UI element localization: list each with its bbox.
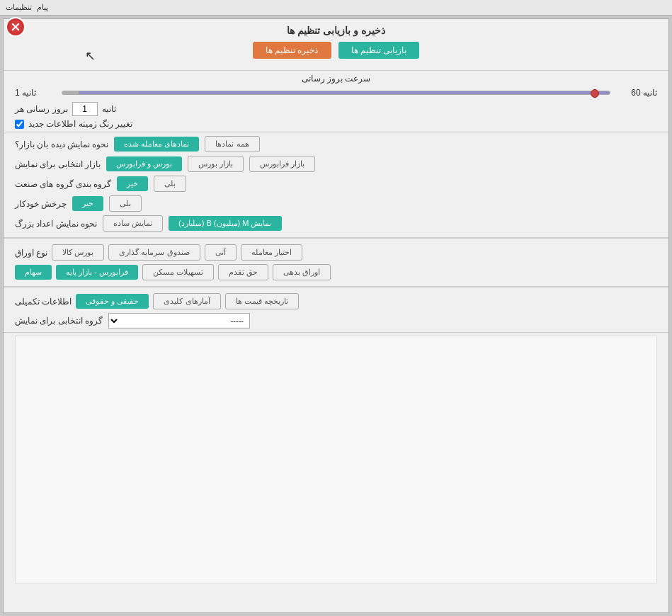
update-interval-row: ثانیه بروز رسانی هر (15, 102, 657, 116)
additional-info-row: تاریخچه قیمت ها آمارهای کلیدی حقیقی و حق… (15, 293, 657, 309)
update-prefix: بروز رسانی هر (15, 104, 68, 114)
sec-fund-btn[interactable]: صندوق سرمایه گذاری (108, 244, 200, 261)
securities-type-row2: اوراق بدهی حق تقدم تسهیلات مسکن فرابورس … (15, 264, 657, 280)
slider-fill (79, 91, 610, 94)
group-select-dropdown[interactable]: ----- (108, 313, 250, 329)
securities-type-row: اختیار معامله آتی صندوق سرمایه گذاری بور… (15, 244, 657, 261)
window-header: ذخیره و بازیابی تنظیم ها بازیابی تنظیم ه… (4, 19, 668, 67)
number-display-simple-btn[interactable]: نمایش ساده (103, 215, 163, 232)
autoscroll-yes-btn[interactable]: بلی (109, 195, 142, 212)
header-buttons: بازیابی تنظیم ها ذخیره تنظیم ها (4, 42, 668, 59)
display-traded-btn[interactable]: نمادهای معامله شده (114, 137, 199, 152)
display-mode-label: نحوه نمایش دیده بان بازار؟ (15, 139, 108, 149)
main-window: ذخیره و بازیابی تنظیم ها بازیابی تنظیم ه… (3, 18, 669, 613)
update-unit: ثانیه (102, 104, 116, 114)
group-select-row: ----- گروه انتخابی برای نمایش (15, 313, 657, 329)
additional-info-label: اطلاعات تکمیلی (15, 297, 72, 307)
content-area (15, 336, 657, 583)
slider-row: ثانیه 60 ثانیه 1 (15, 88, 657, 98)
sec-frabourse-base-btn[interactable]: فرابورس - بازار پایه (56, 265, 138, 280)
market-frabourse-btn[interactable]: بازار فرابورس (249, 156, 315, 172)
sec-right-btn[interactable]: حق تقدم (218, 264, 268, 280)
auto-scroll-label: چرخش خودکار (15, 199, 67, 209)
top-bar: پیام تنظیمات (0, 0, 672, 16)
tab-key-stats[interactable]: آمارهای کلیدی (153, 293, 220, 309)
number-display-row: نمایش M (میلیون) B (میلیارد) نمایش ساده … (15, 215, 657, 232)
restore-button[interactable]: بازیابی تنظیم ها (338, 42, 420, 59)
slider-right-label: ثانیه 60 (615, 88, 657, 98)
industry-yes-btn[interactable]: بلی (154, 176, 186, 192)
speed-title: سرعت بروز رسانی (302, 74, 371, 84)
sec-debt-btn[interactable]: اوراق بدهی (273, 264, 331, 280)
save-button[interactable]: ذخیره تنظیم ها (253, 42, 331, 59)
background-color-row: تغییر رنگ زمینه اطلاعات جدید (15, 119, 657, 129)
slider-track[interactable] (62, 91, 610, 95)
tab-real-legal[interactable]: حقیقی و حقوقی (76, 294, 149, 309)
market-bourse-btn[interactable]: بازار بورس (188, 156, 244, 172)
number-display-full-btn[interactable]: نمایش M (میلیون) B (میلیارد) (169, 216, 281, 231)
slider-left-label: ثانیه 1 (15, 88, 57, 98)
window-title: ذخیره و بازیابی تنظیم ها (4, 25, 668, 36)
securities-type-label: نوع اوراق (15, 248, 47, 258)
industry-no-btn[interactable]: خیر (117, 176, 148, 191)
slider-thumb[interactable] (591, 89, 599, 98)
background-color-label: تغییر رنگ زمینه اطلاعات جدید (28, 119, 132, 129)
sec-housing-btn[interactable]: تسهیلات مسکن (142, 264, 214, 280)
background-color-checkbox[interactable] (15, 120, 24, 129)
sec-option-btn[interactable]: اختیار معامله (241, 244, 302, 261)
market-both-btn[interactable]: بورس و فرابورس (106, 156, 182, 171)
topbar-settings: تنظیمات (6, 3, 32, 12)
display-mode-row: همه نمادها نمادهای معامله شده نحوه نمایش… (15, 136, 657, 152)
update-value-input[interactable] (72, 102, 98, 116)
additional-divider (4, 286, 668, 287)
display-all-btn[interactable]: همه نمادها (205, 136, 259, 152)
autoscroll-no-btn[interactable]: خیر (72, 196, 103, 211)
tab-price-history[interactable]: تاریخچه قیمت ها (225, 293, 299, 309)
industry-group-label: گروه بندی گروه های صنعت (15, 179, 111, 189)
market-selection-label: بازار انتخابی برای نمایش (15, 159, 101, 169)
group-select-label: گروه انتخابی برای نمایش (15, 316, 103, 326)
securities-divider (4, 237, 668, 239)
sec-stock-btn[interactable]: سهام (15, 265, 52, 280)
sec-ati-btn[interactable]: آتی (205, 244, 237, 261)
number-display-label: نحوه نمایش اعداد بزرگ (15, 219, 97, 229)
bottom-divider (4, 332, 668, 333)
market-selection-row: بازار فرابورس بازار بورس بورس و فرابورس … (15, 156, 657, 172)
auto-scroll-row: بلی خیر چرخش خودکار (15, 195, 657, 212)
divider1 (4, 132, 668, 132)
sec-commodity-btn[interactable]: بورس کالا (52, 244, 104, 261)
industry-group-row: بلی خیر گروه بندی گروه های صنعت (15, 176, 657, 192)
close-button[interactable] (6, 17, 25, 37)
topbar-other: پیام (37, 3, 48, 12)
header-divider (4, 70, 668, 71)
